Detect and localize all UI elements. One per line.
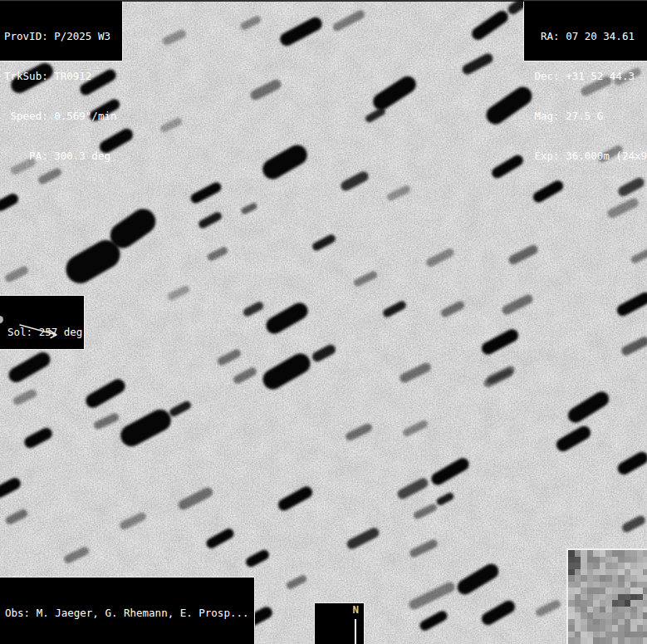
star-trail [346, 526, 381, 551]
inset-pixel [612, 632, 619, 638]
inset-pixel [568, 625, 575, 632]
star-trail [206, 245, 228, 261]
inset-pixel [643, 625, 647, 632]
inset-pixel [587, 575, 594, 582]
inset-pixel [618, 582, 625, 588]
inset-pixel [618, 569, 625, 576]
star-trail [276, 484, 314, 513]
inset-pixel [605, 600, 612, 607]
star-trail [4, 508, 29, 525]
inset-pixel [581, 587, 587, 594]
inset-pixel [630, 587, 637, 594]
inset-pixel [630, 563, 637, 569]
inset-pixel [575, 557, 581, 563]
star-trail [216, 348, 242, 367]
star-trail [606, 196, 640, 219]
inset-pixel [637, 600, 644, 607]
star-trail [399, 361, 433, 383]
star-trail [339, 170, 370, 192]
inset-pixel [600, 587, 606, 594]
inset-pixel [637, 550, 644, 557]
inset-pixel [643, 600, 647, 607]
inset-pixel [587, 550, 594, 557]
star-trail [620, 335, 647, 356]
inset-pixel [575, 587, 581, 594]
inset-pixel [587, 563, 594, 569]
inset-pixel [643, 619, 647, 626]
inset-pixel [587, 637, 594, 644]
inset-pixel [612, 563, 619, 569]
inset-pixel [637, 637, 644, 644]
inset-pixel [618, 625, 625, 632]
inset-pixel [581, 632, 587, 638]
ra-line: RA: 07 20 34.61 [528, 30, 647, 43]
north-arrow-line [355, 619, 356, 644]
inset-pixel [587, 582, 594, 588]
inset-pixel [637, 612, 644, 619]
inset-pixel [637, 569, 644, 576]
inset-pixel [612, 575, 619, 582]
star-trail [407, 580, 456, 611]
star-trail [507, 243, 540, 265]
inset-pixel [593, 600, 600, 607]
star-trail [396, 476, 430, 500]
inset-pixel [605, 619, 612, 626]
inset-pixel [587, 594, 594, 601]
sun-direction-arrow-icon [17, 321, 64, 341]
star-trail [418, 609, 448, 632]
inset-pixel [630, 625, 637, 632]
inset-pixel [605, 550, 612, 557]
star-trail [386, 184, 412, 201]
inset-pixel [605, 575, 612, 582]
star-trail [311, 234, 336, 253]
inset-pixel [625, 607, 631, 613]
inset-pixel [643, 637, 647, 644]
inset-pixel [593, 632, 600, 638]
inset-pixel [625, 612, 631, 619]
inset-pixel [568, 619, 575, 626]
inset-pixel [630, 557, 637, 563]
star-trail [168, 400, 192, 418]
inset-pixel [593, 587, 600, 594]
inset-pixel [605, 637, 612, 644]
star-trail [554, 424, 593, 454]
star-trail [166, 284, 190, 301]
inset-pixel [600, 557, 606, 563]
star-trail [469, 8, 511, 42]
inset-pixel [568, 582, 575, 588]
inset-pixel [618, 575, 625, 582]
inset-pixel [600, 632, 606, 638]
position-info-panel: RA: 07 20 34.61 Dec: +31 52 44.3 Mag: 27… [523, 0, 647, 61]
inset-pixel [600, 619, 606, 626]
star-trail [615, 290, 647, 317]
inset-pixel [575, 625, 581, 632]
star-trail [189, 180, 223, 204]
inset-pixel [637, 632, 644, 638]
inset-pixel [643, 563, 647, 569]
inset-pixel [605, 607, 612, 613]
dec-line: Dec: +31 52 44.3 [528, 70, 647, 83]
inset-pixel [612, 607, 619, 613]
inset-pixel [605, 569, 612, 576]
star-trail [262, 300, 311, 337]
inset-pixel [637, 607, 644, 613]
inset-pixel [587, 569, 594, 576]
inset-pixel [568, 575, 575, 582]
star-trail [381, 300, 407, 319]
inset-pixel [630, 594, 637, 601]
star-trail [331, 9, 366, 33]
inset-pixel [605, 563, 612, 569]
inset-pixel [575, 575, 581, 582]
inset-pixel [618, 619, 625, 626]
inset-pixel [643, 587, 647, 594]
inset-pixel [637, 575, 644, 582]
inset-pixel [581, 582, 587, 588]
inset-pixel [581, 575, 587, 582]
inset-pixel [575, 637, 581, 644]
star-trail [353, 269, 379, 287]
inset-pixel [581, 563, 587, 569]
inset-pixel [643, 612, 647, 619]
star-trail [277, 15, 324, 48]
star-trail [0, 191, 20, 213]
star-trail [364, 106, 386, 124]
